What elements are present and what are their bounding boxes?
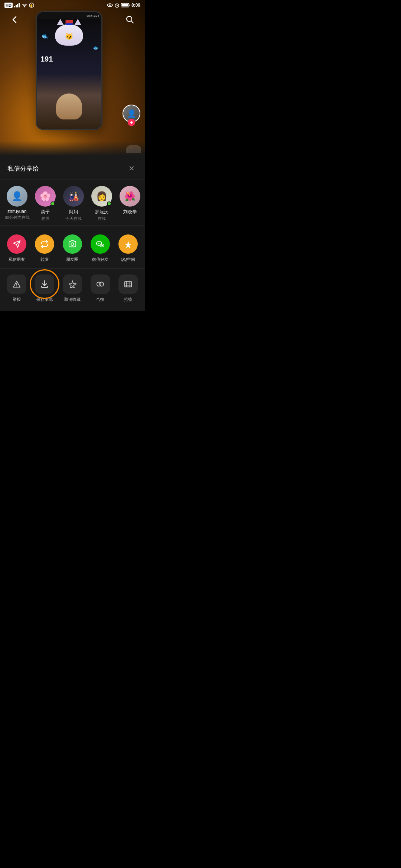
- top-nav: [0, 10, 145, 29]
- back-button[interactable]: [7, 12, 22, 27]
- status-right: 8:09: [107, 3, 140, 8]
- svg-rect-26: [124, 282, 131, 287]
- svg-point-20: [101, 245, 102, 246]
- online-indicator: [50, 201, 55, 206]
- friend-item-2[interactable]: 🎎阿娟今天在线: [60, 186, 87, 221]
- action-item-举报[interactable]: 举报: [3, 272, 31, 305]
- friend-name: 刘晓华: [123, 209, 137, 215]
- status-bar: HD ✋ 8:09: [0, 0, 145, 10]
- svg-rect-13: [121, 4, 128, 7]
- follow-avatar[interactable]: 👤 +: [123, 105, 140, 126]
- action-label: 抢镜: [124, 297, 132, 302]
- download-icon: [35, 274, 54, 294]
- svg-point-15: [71, 243, 74, 245]
- action-label: 转发: [40, 257, 49, 262]
- friend-name: 阿娟: [69, 209, 78, 215]
- action-label: 合拍: [96, 297, 104, 302]
- friend-name: 英子: [41, 209, 50, 215]
- bottom-sheet: 私信分享给 ✕ 👤zhifuyuan60分钟内在线🌸英子在线🎎阿娟今天在线👩罗沅…: [0, 156, 145, 311]
- action-item-朋友圈[interactable]: 朋友圈: [59, 231, 87, 265]
- close-button[interactable]: ✕: [125, 162, 137, 174]
- svg-rect-1: [16, 5, 17, 7]
- follow-button[interactable]: +: [128, 119, 135, 126]
- retweet-icon: [35, 234, 54, 254]
- friend-item-1[interactable]: 🌸英子在线: [32, 186, 59, 221]
- star-filled-icon: [118, 234, 138, 254]
- action-item-取消收藏[interactable]: 取消收藏: [59, 272, 87, 305]
- action-label: 私信朋友: [9, 257, 25, 262]
- video-bottom-overlay: [0, 141, 145, 156]
- friend-item-4[interactable]: 🌺刘晓华: [117, 186, 143, 221]
- friend-status: 今天在线: [65, 216, 82, 221]
- action-item-私信朋友[interactable]: 私信朋友: [3, 231, 31, 265]
- online-indicator: [107, 201, 111, 206]
- svg-point-18: [100, 243, 100, 244]
- friend-name: zhifuyuan: [7, 209, 26, 214]
- action-label: 取消收藏: [64, 297, 81, 302]
- battery-icon: [121, 3, 130, 7]
- friend-status: 60分钟内在线: [4, 215, 29, 220]
- svg-point-17: [98, 243, 98, 244]
- action-item-保存本地[interactable]: 保存本地: [31, 272, 59, 305]
- svg-point-25: [100, 282, 104, 286]
- sheet-title: 私信分享给: [7, 164, 39, 173]
- action-label: 微信好友: [92, 257, 108, 262]
- actions-row-1: 私信朋友转发朋友圈微信好友QQ空间: [0, 226, 145, 269]
- friend-status: 在线: [41, 216, 49, 221]
- search-button[interactable]: [123, 12, 137, 27]
- action-label: 保存本地: [36, 297, 53, 302]
- dual-circle-icon: [91, 274, 110, 294]
- warning-icon: [7, 274, 26, 294]
- svg-text:✋: ✋: [30, 4, 33, 7]
- svg-point-7: [109, 4, 111, 6]
- svg-rect-3: [19, 3, 20, 7]
- hand-icon: ✋: [29, 3, 34, 8]
- film-icon: [118, 274, 138, 294]
- action-label: QQ空间: [121, 257, 135, 262]
- friend-item-3[interactable]: 👩罗沅沅在线: [88, 186, 115, 221]
- action-item-微信好友[interactable]: 微信好友: [86, 231, 114, 265]
- signal-icon: [14, 3, 20, 7]
- actions-row-2: 举报保存本地取消收藏合拍抢镜: [0, 269, 145, 311]
- friend-status: 在线: [98, 216, 106, 221]
- action-item-抢镜[interactable]: 抢镜: [114, 272, 142, 305]
- action-label: 朋友圈: [66, 257, 78, 262]
- svg-point-23: [16, 286, 17, 287]
- friend-name: 罗沅沅: [95, 209, 108, 215]
- video-counter: 191: [40, 55, 53, 63]
- svg-rect-0: [14, 6, 15, 7]
- alarm-icon: [114, 3, 120, 8]
- wifi-icon: [22, 3, 27, 7]
- camera-icon: [63, 234, 82, 254]
- action-item-QQ空间[interactable]: QQ空间: [114, 231, 142, 265]
- phone-mockup: 85% 1:24 😺 🐟: [36, 11, 102, 130]
- send-icon: [7, 234, 26, 254]
- svg-point-21: [102, 245, 103, 246]
- svg-rect-12: [129, 4, 130, 6]
- action-label: 举报: [13, 297, 21, 302]
- hd-indicator: HD: [4, 3, 13, 8]
- status-left: HD ✋: [4, 3, 34, 8]
- svg-rect-2: [17, 4, 18, 7]
- wechat-icon: [91, 234, 110, 254]
- time-display: 8:09: [131, 3, 140, 8]
- eye-status-icon: [107, 3, 113, 7]
- friend-item-0[interactable]: 👤zhifuyuan60分钟内在线: [4, 186, 30, 221]
- action-item-合拍[interactable]: 合拍: [86, 272, 114, 305]
- action-item-转发[interactable]: 转发: [31, 231, 59, 265]
- sheet-header: 私信分享给 ✕: [0, 156, 145, 180]
- friends-row: 👤zhifuyuan60分钟内在线🌸英子在线🎎阿娟今天在线👩罗沅沅在线🌺刘晓华: [0, 180, 145, 226]
- star-outline-icon: [63, 274, 82, 294]
